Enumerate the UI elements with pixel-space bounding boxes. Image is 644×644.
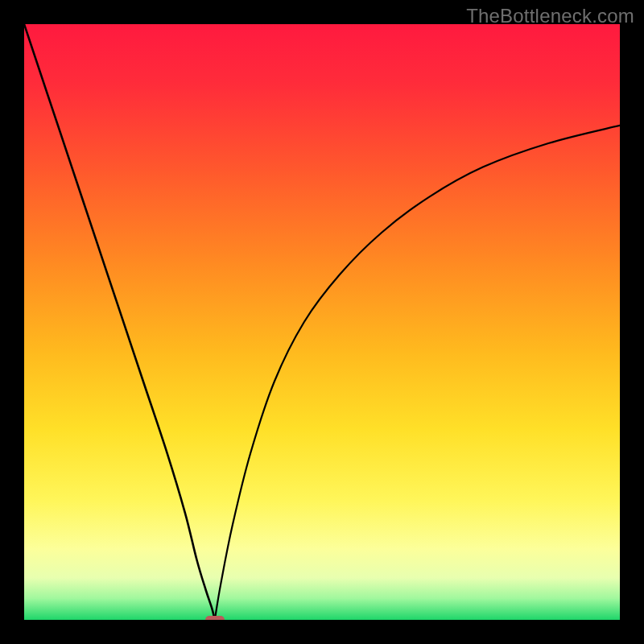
curve-svg: [24, 24, 620, 620]
chart-frame: TheBottleneck.com: [0, 0, 644, 644]
minimum-marker: [205, 616, 225, 620]
plot-area: [24, 24, 620, 620]
watermark-text: TheBottleneck.com: [466, 5, 634, 27]
curve-right-branch: [215, 126, 620, 620]
curve-left-branch: [24, 24, 215, 620]
